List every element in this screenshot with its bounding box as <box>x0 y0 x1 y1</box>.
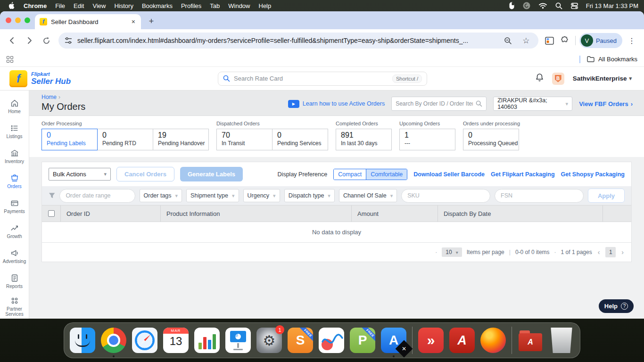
channel-of-sale-dropdown[interactable]: Channel Of Sale ▾ <box>339 189 397 202</box>
compact-option[interactable]: Compact <box>334 169 366 180</box>
dock-pdf-folder-icon[interactable]: A <box>518 328 543 353</box>
url-text[interactable]: seller.flipkart.com/index.html#dashboard… <box>77 37 497 44</box>
dock-settings-icon[interactable]: ⚙ 1 <box>256 328 282 353</box>
sku-field[interactable] <box>401 189 490 203</box>
generate-labels-button[interactable]: Generate Labels <box>180 167 243 181</box>
dock-numbers-icon[interactable] <box>194 328 220 353</box>
stat-card-pending-handover[interactable]: 19 Pending Handover <box>153 129 209 150</box>
account-menu[interactable]: SathvikEnterprise ▾ <box>573 75 632 82</box>
wifi-icon[interactable] <box>539 3 547 9</box>
order-id-search[interactable] <box>391 97 487 111</box>
location-dropdown[interactable]: ZIRAKPUR &#x3a; 140603 ▾ <box>493 97 572 111</box>
menubar-item-chrome[interactable]: Chrome <box>19 2 51 9</box>
sidebar-item-listings[interactable]: Listings <box>0 120 29 143</box>
menubar-item-profiles[interactable]: Profiles <box>177 2 206 9</box>
learn-active-orders-link[interactable]: ▶ Learn how to use Active Orders <box>288 100 385 108</box>
current-page-button[interactable]: 1 <box>605 247 616 257</box>
all-bookmarks[interactable]: All Bookmarks <box>579 56 637 63</box>
close-tab-icon[interactable]: × <box>131 18 136 25</box>
browser-tab[interactable]: f Seller Dashboard × <box>35 14 141 29</box>
get-shopsy-packaging-link[interactable]: Get Shopsy Packaging <box>561 171 625 178</box>
back-button[interactable] <box>5 33 20 48</box>
apple-menu-icon[interactable] <box>8 2 15 9</box>
help-button[interactable]: Help ? <box>599 299 634 313</box>
reload-button[interactable] <box>39 33 54 48</box>
menubar-item-tab[interactable]: Tab <box>206 2 224 9</box>
dock-trash-icon[interactable] <box>549 328 574 353</box>
dispatch-type-dropdown[interactable]: Dispatch type ▾ <box>284 189 335 202</box>
stat-card-in-transit[interactable]: 70 In Transit <box>216 129 272 150</box>
breadcrumb-home-link[interactable]: Home <box>41 94 57 100</box>
stat-card-upcoming[interactable]: 1 --- <box>399 129 455 150</box>
sidebar-item-home[interactable]: Home <box>0 95 29 118</box>
dock-app-p-icon[interactable]: P FREE <box>350 328 375 353</box>
page-size-select[interactable]: 10 ▾ <box>442 247 462 257</box>
menubar-item-history[interactable]: History <box>110 2 137 9</box>
dock-finder-icon[interactable] <box>70 328 95 353</box>
view-fbf-orders-link[interactable]: View FBF Orders › <box>579 100 633 107</box>
dock-chrome-icon[interactable] <box>101 328 126 353</box>
urgency-dropdown[interactable]: Urgency ▾ <box>243 189 280 202</box>
side-panel-icon[interactable] <box>543 34 556 47</box>
notifications-bell-icon[interactable] <box>536 73 544 84</box>
sidebar-item-reports[interactable]: Reports <box>0 270 29 293</box>
next-page-icon[interactable]: › <box>620 248 625 256</box>
menubar-item-help[interactable]: Help <box>255 2 276 9</box>
sku-input[interactable] <box>407 192 484 199</box>
download-seller-barcode-link[interactable]: Download Seller Barcode <box>413 171 485 178</box>
apply-filters-button[interactable]: Apply <box>588 189 625 203</box>
minimize-window-button[interactable] <box>15 17 21 23</box>
cancel-orders-button[interactable]: Cancel Orders <box>116 167 174 181</box>
forward-button[interactable] <box>22 33 37 48</box>
dock-app-s-icon[interactable]: S FREE <box>288 328 313 353</box>
menubar-item-edit[interactable]: Edit <box>69 2 88 9</box>
sidebar-item-partner-services[interactable]: Partner Services <box>0 295 29 318</box>
spotlight-search-icon[interactable] <box>555 2 562 9</box>
site-settings-icon[interactable] <box>64 34 73 47</box>
close-window-button[interactable] <box>6 17 11 23</box>
order-date-range-input[interactable] <box>66 192 129 199</box>
fsn-field[interactable] <box>495 189 584 203</box>
dock-keynote-icon[interactable] <box>225 328 251 353</box>
dock-safari-icon[interactable] <box>132 328 157 353</box>
stat-card-last-30-days[interactable]: 891 In last 30 days <box>336 129 392 150</box>
stat-card-pending-labels[interactable]: 0 Pending Labels <box>41 129 98 150</box>
dock-acrobat-icon[interactable]: A <box>449 328 475 353</box>
zoom-out-icon[interactable] <box>502 34 515 47</box>
address-bar[interactable]: seller.flipkart.com/index.html#dashboard… <box>58 33 538 49</box>
apps-grid-icon[interactable] <box>7 56 13 63</box>
dock-wave-app-icon[interactable] <box>319 328 344 353</box>
prev-page-icon[interactable]: ‹ <box>597 248 601 256</box>
flipkart-logo[interactable]: f Flipkart Seller Hub <box>9 70 71 87</box>
browser-menu-icon[interactable]: ⋮ <box>624 36 639 45</box>
bookmark-star-icon[interactable]: ☆ <box>520 34 533 47</box>
sidebar-item-payments[interactable]: Payments <box>0 195 29 218</box>
stat-card-pending-rtd[interactable]: 0 Pending RTD <box>97 129 153 150</box>
seller-badge-icon[interactable]: B <box>552 73 564 85</box>
sidebar-item-orders[interactable]: Orders <box>0 170 29 193</box>
order-id-search-input[interactable] <box>396 100 473 107</box>
dock-firefox-icon[interactable] <box>480 328 506 353</box>
dock-red-diamonds-icon[interactable]: » <box>418 328 444 353</box>
menubar-clock[interactable]: Fri 13 Mar 1:33 PM <box>586 2 638 9</box>
extensions-icon[interactable] <box>558 34 571 47</box>
creative-cloud-icon[interactable] <box>523 2 530 9</box>
menubar-item-view[interactable]: View <box>88 2 110 9</box>
menubar-item-bookmarks[interactable]: Bookmarks <box>138 2 177 9</box>
mouse-icon[interactable] <box>509 2 514 9</box>
comfortable-option[interactable]: Comfortable <box>366 169 407 180</box>
rate-card-search[interactable]: Shortcut / <box>218 72 427 86</box>
sidebar-item-advertising[interactable]: Advertising <box>0 245 29 268</box>
dock-app-store-icon[interactable]: A ✕ <box>381 328 406 353</box>
fsn-input[interactable] <box>501 192 578 199</box>
order-tags-dropdown[interactable]: Order tags ▾ <box>140 189 182 202</box>
rate-card-search-input[interactable] <box>234 75 388 82</box>
sidebar-item-inventory[interactable]: Inventory <box>0 145 29 168</box>
stat-card-processing-queued[interactable]: 0 Processing Queued <box>463 129 519 150</box>
menubar-item-file[interactable]: File <box>51 2 69 9</box>
bulk-actions-select[interactable]: Bulk Actions ▾ <box>49 168 111 181</box>
shipment-type-dropdown[interactable]: Shipment type ▾ <box>186 189 239 202</box>
profile-chip[interactable]: V Paused <box>579 33 622 48</box>
sidebar-item-growth[interactable]: Growth <box>0 220 29 243</box>
dock-calendar-icon[interactable]: MAR 13 <box>163 328 189 353</box>
